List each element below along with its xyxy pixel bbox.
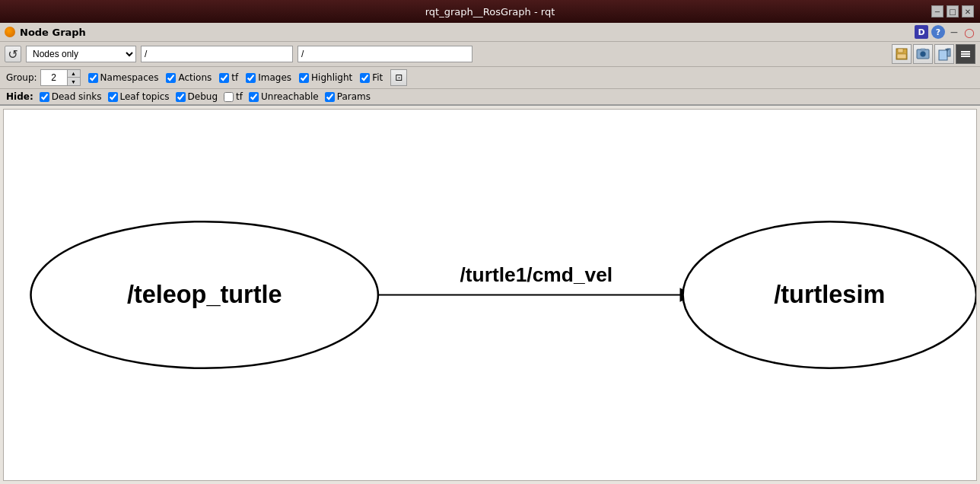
title-bar: rqt_graph__RosGraph - rqt − □ ✕ xyxy=(0,0,980,23)
header-close-button[interactable]: ○ xyxy=(963,26,975,38)
window-title: rqt_graph__RosGraph - rqt xyxy=(425,6,555,18)
settings-button[interactable] xyxy=(956,44,975,64)
fit-icon-button[interactable]: ⊡ xyxy=(390,69,407,86)
svg-rect-2 xyxy=(897,54,906,59)
fit-option[interactable]: Fit xyxy=(360,72,383,83)
dead-sinks-label: Dead sinks xyxy=(52,91,102,102)
namespaces-option[interactable]: Namespaces xyxy=(88,72,159,83)
graph-svg: /teleop_turtle /turtle1/cmd_vel /turtles… xyxy=(4,110,976,480)
group-input[interactable]: 2 xyxy=(41,70,68,85)
svg-rect-10 xyxy=(961,53,970,55)
display-mode-dropdown[interactable]: Nodes only Nodes/Topics (all) Nodes/Topi… xyxy=(26,46,136,62)
close-button[interactable]: ✕ xyxy=(962,5,974,18)
spinner-down[interactable]: ▼ xyxy=(68,78,80,85)
toolbar-right xyxy=(892,44,975,64)
refresh-button[interactable]: ↺ xyxy=(5,46,21,62)
hide-tf-checkbox[interactable] xyxy=(224,92,234,102)
fit-checkbox[interactable] xyxy=(360,73,370,83)
help-button[interactable]: ? xyxy=(931,25,945,39)
app-title: Node Graph xyxy=(20,27,86,38)
images-label: Images xyxy=(258,72,291,83)
toolbar-row: ↺ Nodes only Nodes/Topics (all) Nodes/To… xyxy=(0,42,980,67)
highlight-option[interactable]: Highlight xyxy=(299,72,352,83)
tf-option[interactable]: tf xyxy=(219,72,238,83)
edge-label: /turtle1/cmd_vel xyxy=(460,263,612,286)
svg-rect-1 xyxy=(898,49,903,53)
filter1-input[interactable] xyxy=(141,46,293,62)
tf-label: tf xyxy=(231,72,238,83)
group-control: Group: 2 ▲ ▼ xyxy=(6,69,81,86)
debug-option[interactable]: Debug xyxy=(176,91,218,102)
svg-rect-11 xyxy=(961,56,970,57)
export-icon xyxy=(937,47,951,61)
svg-rect-6 xyxy=(939,50,947,60)
dead-sinks-checkbox[interactable] xyxy=(40,92,49,102)
hide-row: Hide: Dead sinks Leaf topics Debug tf Un… xyxy=(0,89,980,106)
header-minimize-button[interactable]: − xyxy=(948,26,960,38)
fit-label: Fit xyxy=(372,72,383,83)
debug-checkbox[interactable] xyxy=(176,92,186,102)
spinner-up[interactable]: ▲ xyxy=(68,70,80,78)
actions-option[interactable]: Actions xyxy=(166,72,212,83)
screenshot-button[interactable] xyxy=(913,44,933,64)
window-controls: − □ ✕ xyxy=(931,5,974,18)
options-row: Group: 2 ▲ ▼ Namespaces Actions tf Image… xyxy=(0,67,980,89)
graph-area[interactable]: /teleop_turtle /turtle1/cmd_vel /turtles… xyxy=(3,109,977,481)
params-checkbox[interactable] xyxy=(325,92,335,102)
namespaces-label: Namespaces xyxy=(100,72,159,83)
hide-label: Hide: xyxy=(6,91,33,102)
params-label: Params xyxy=(337,91,371,102)
svg-rect-9 xyxy=(961,51,970,53)
leaf-topics-label: Leaf topics xyxy=(120,91,170,102)
save-button[interactable] xyxy=(892,44,912,64)
unreachable-option[interactable]: Unreachable xyxy=(249,91,319,102)
leaf-topics-checkbox[interactable] xyxy=(108,92,118,102)
unreachable-checkbox[interactable] xyxy=(249,92,259,102)
debug-label: Debug xyxy=(188,91,218,102)
hide-tf-label: tf xyxy=(236,91,243,102)
svg-rect-5 xyxy=(921,49,925,50)
leaf-topics-option[interactable]: Leaf topics xyxy=(108,91,170,102)
save-icon xyxy=(895,47,908,61)
svg-point-4 xyxy=(921,52,926,57)
header-bar: Node Graph D ? − ○ xyxy=(0,23,980,42)
node1-label: /teleop_turtle xyxy=(127,281,282,308)
maximize-button[interactable]: □ xyxy=(947,5,959,18)
unreachable-label: Unreachable xyxy=(261,91,319,102)
actions-checkbox[interactable] xyxy=(166,73,176,83)
screenshot-icon xyxy=(916,47,930,61)
app-icon xyxy=(5,27,15,37)
minimize-button[interactable]: − xyxy=(931,5,943,18)
settings-icon xyxy=(960,49,971,59)
images-option[interactable]: Images xyxy=(246,72,291,83)
highlight-label: Highlight xyxy=(311,72,352,83)
d-badge[interactable]: D xyxy=(915,25,928,39)
filter2-input[interactable] xyxy=(298,46,473,62)
dead-sinks-option[interactable]: Dead sinks xyxy=(40,91,102,102)
group-label: Group: xyxy=(6,72,37,83)
hide-tf-option[interactable]: tf xyxy=(224,91,243,102)
namespaces-checkbox[interactable] xyxy=(88,73,98,83)
images-checkbox[interactable] xyxy=(246,73,256,83)
tf-checkbox[interactable] xyxy=(219,73,229,83)
export-button[interactable] xyxy=(934,44,954,64)
app-container: Node Graph D ? − ○ ↺ Nodes only Nodes/To… xyxy=(0,23,980,484)
highlight-checkbox[interactable] xyxy=(299,73,309,83)
group-spinner[interactable]: 2 ▲ ▼ xyxy=(40,69,81,86)
params-option[interactable]: Params xyxy=(325,91,371,102)
node2-label: /turtlesim xyxy=(774,281,885,308)
spinner-buttons: ▲ ▼ xyxy=(68,70,80,85)
actions-label: Actions xyxy=(178,72,212,83)
